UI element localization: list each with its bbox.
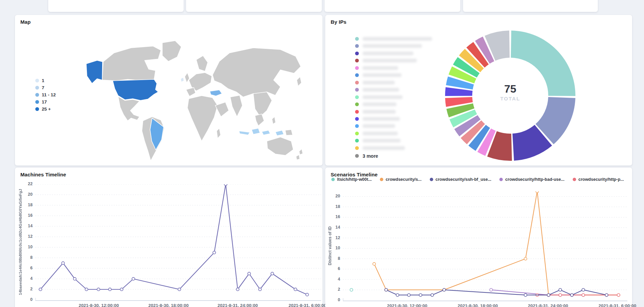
data-point[interactable] (259, 288, 261, 291)
y-tick-label: 2 (16, 287, 33, 291)
series-legend-item[interactable]: crowdsecurity/http-p... (573, 177, 624, 182)
data-point[interactable] (120, 288, 123, 291)
ip-legend-item[interactable] (355, 86, 399, 93)
data-point[interactable] (61, 262, 64, 264)
data-point[interactable] (373, 263, 375, 265)
x-tick-label: 2021-8-31, 24:00:00 (207, 303, 268, 307)
map-legend-item[interactable]: 25 + (35, 105, 56, 113)
legend-color-dot (355, 146, 359, 150)
ip-legend-item[interactable] (355, 42, 422, 50)
y-tick-label: 8 (16, 255, 33, 260)
data-point[interactable] (213, 251, 216, 254)
y-tick-label: 4 (16, 276, 33, 281)
data-point[interactable] (132, 277, 135, 280)
data-point[interactable] (536, 191, 538, 193)
data-point[interactable] (559, 288, 562, 291)
data-point[interactable] (224, 184, 227, 186)
country-indonesia[interactable] (239, 131, 250, 135)
map-legend-item[interactable]: 17 (35, 98, 56, 105)
country-uk (185, 73, 189, 83)
data-point[interactable] (39, 288, 42, 291)
data-point[interactable] (524, 294, 527, 296)
data-point[interactable] (570, 294, 573, 296)
ip-legend-item[interactable] (355, 101, 397, 108)
data-point[interactable] (524, 257, 527, 260)
top-card[interactable] (186, 0, 322, 12)
data-point[interactable] (547, 294, 550, 296)
ip-legend-item[interactable] (355, 50, 413, 57)
ip-legend-item[interactable] (355, 94, 403, 101)
ip-legend-item[interactable] (355, 72, 402, 79)
data-point[interactable] (385, 288, 387, 291)
data-point[interactable] (306, 293, 309, 296)
line-chart-canvas[interactable] (35, 184, 321, 301)
top-card[interactable] (48, 0, 184, 12)
legend-color-dot (355, 73, 359, 77)
data-point[interactable] (419, 294, 422, 296)
scenarios-legend: ltsich/http-w00t...crowdsecurity/s...cro… (331, 177, 624, 182)
data-point[interactable] (350, 288, 353, 291)
y-tick-label: 14 (323, 225, 340, 230)
series-legend-item[interactable]: crowdsecurity/ssh-bf_use... (430, 177, 492, 182)
data-point[interactable] (582, 294, 585, 296)
ip-legend-more[interactable]: 3 more (355, 152, 378, 159)
country-ireland[interactable] (181, 77, 184, 82)
series-legend-label: crowdsecurity/http-p... (578, 177, 624, 182)
data-point[interactable] (271, 272, 274, 275)
data-point[interactable] (559, 294, 562, 296)
top-card[interactable] (325, 0, 460, 12)
country-png (285, 130, 293, 135)
data-point[interactable] (443, 288, 445, 291)
line-chart-canvas[interactable] (343, 191, 627, 302)
y-tick-label: 14 (16, 224, 33, 228)
data-point[interactable] (85, 288, 88, 291)
data-point[interactable] (109, 288, 111, 291)
map-legend-item[interactable]: 11 - 12 (35, 91, 56, 98)
redacted-ip-label (363, 81, 395, 84)
country-indonesia[interactable] (262, 130, 270, 135)
series-legend-item[interactable]: crowdsecurity/http-bad-use... (499, 177, 564, 182)
legend-color-dot (355, 44, 359, 48)
data-point[interactable] (617, 294, 620, 296)
legend-bucket-label: 1 (42, 78, 44, 83)
ip-legend-item[interactable] (355, 122, 395, 130)
country-alaska[interactable] (86, 60, 103, 83)
data-point[interactable] (248, 272, 251, 275)
map-legend-item[interactable]: 1 (35, 77, 56, 84)
series-legend-label: ltsich/http-w00t... (337, 177, 372, 182)
data-point[interactable] (407, 294, 410, 296)
ip-legend-item[interactable] (355, 130, 398, 137)
ip-legend-item[interactable] (355, 108, 396, 115)
ip-legend-item[interactable] (355, 145, 405, 152)
legend-color-dot (355, 66, 359, 70)
region-africa (187, 96, 218, 141)
series-legend-item[interactable]: crowdsecurity/s... (380, 177, 422, 182)
data-point[interactable] (236, 288, 239, 291)
redacted-ip-label (363, 59, 417, 62)
data-point[interactable] (178, 288, 181, 291)
ip-legend-item[interactable] (355, 115, 400, 122)
country-turkey[interactable] (210, 90, 222, 96)
world-map[interactable] (77, 29, 314, 161)
data-point[interactable] (294, 288, 297, 291)
country-indonesia[interactable] (252, 128, 260, 134)
x-tick-label: 2021-8-30, 12:00:00 (68, 303, 129, 307)
ip-legend-item[interactable] (355, 79, 395, 86)
ip-legend-item[interactable] (355, 137, 401, 144)
ip-legend-item[interactable] (355, 57, 417, 64)
data-point[interactable] (605, 294, 608, 296)
data-point[interactable] (431, 294, 434, 296)
redacted-ip-label (363, 132, 398, 135)
data-point[interactable] (396, 294, 399, 296)
top-card[interactable] (463, 0, 598, 12)
data-point[interactable] (97, 288, 100, 291)
machines-panel-title: Machines Timeline (20, 172, 66, 177)
data-point[interactable] (490, 288, 492, 291)
country-indonesia[interactable] (275, 130, 284, 136)
ip-legend-item[interactable] (355, 35, 432, 42)
data-point[interactable] (73, 277, 76, 280)
map-legend-item[interactable]: 7 (35, 84, 56, 91)
data-point[interactable] (582, 288, 585, 291)
ip-legend-item[interactable] (355, 64, 398, 72)
series-legend-item[interactable]: ltsich/http-w00t... (331, 177, 372, 182)
